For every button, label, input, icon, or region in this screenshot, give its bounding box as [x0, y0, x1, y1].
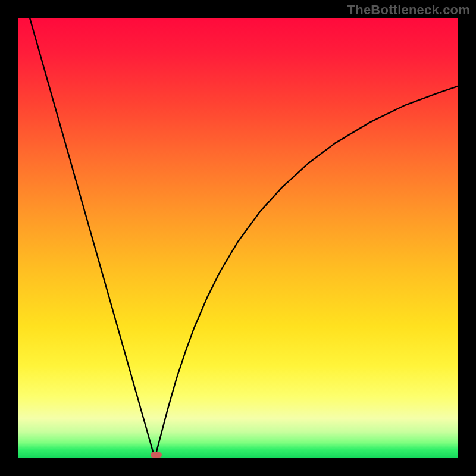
watermark-text: TheBottleneck.com: [347, 2, 470, 18]
chart-frame: TheBottleneck.com: [0, 0, 476, 476]
plot-area: [18, 18, 458, 458]
bottleneck-curve: [18, 18, 458, 458]
optimum-marker: [151, 452, 162, 458]
